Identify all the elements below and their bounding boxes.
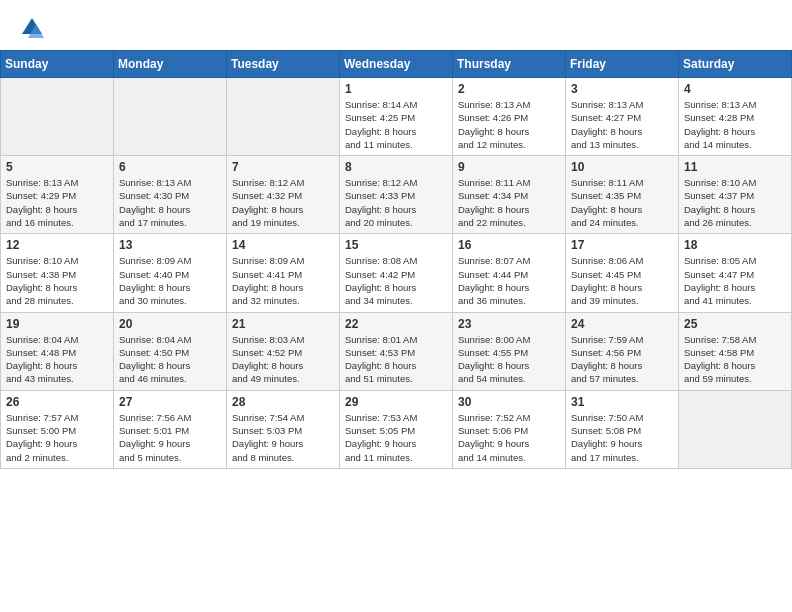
day-cell: 8Sunrise: 8:12 AM Sunset: 4:33 PM Daylig… xyxy=(340,156,453,234)
day-cell: 22Sunrise: 8:01 AM Sunset: 4:53 PM Dayli… xyxy=(340,312,453,390)
weekday-header-thursday: Thursday xyxy=(453,51,566,78)
day-number: 20 xyxy=(119,317,221,331)
day-cell xyxy=(227,78,340,156)
day-number: 8 xyxy=(345,160,447,174)
day-cell: 25Sunrise: 7:58 AM Sunset: 4:58 PM Dayli… xyxy=(679,312,792,390)
day-cell: 3Sunrise: 8:13 AM Sunset: 4:27 PM Daylig… xyxy=(566,78,679,156)
day-cell: 20Sunrise: 8:04 AM Sunset: 4:50 PM Dayli… xyxy=(114,312,227,390)
day-cell: 18Sunrise: 8:05 AM Sunset: 4:47 PM Dayli… xyxy=(679,234,792,312)
day-info: Sunrise: 8:12 AM Sunset: 4:33 PM Dayligh… xyxy=(345,176,447,229)
day-info: Sunrise: 7:56 AM Sunset: 5:01 PM Dayligh… xyxy=(119,411,221,464)
day-info: Sunrise: 8:10 AM Sunset: 4:37 PM Dayligh… xyxy=(684,176,786,229)
day-number: 16 xyxy=(458,238,560,252)
day-cell: 19Sunrise: 8:04 AM Sunset: 4:48 PM Dayli… xyxy=(1,312,114,390)
day-cell: 17Sunrise: 8:06 AM Sunset: 4:45 PM Dayli… xyxy=(566,234,679,312)
day-cell xyxy=(114,78,227,156)
day-info: Sunrise: 8:07 AM Sunset: 4:44 PM Dayligh… xyxy=(458,254,560,307)
week-row-5: 26Sunrise: 7:57 AM Sunset: 5:00 PM Dayli… xyxy=(1,390,792,468)
day-number: 4 xyxy=(684,82,786,96)
day-cell xyxy=(679,390,792,468)
day-cell: 7Sunrise: 8:12 AM Sunset: 4:32 PM Daylig… xyxy=(227,156,340,234)
day-info: Sunrise: 8:00 AM Sunset: 4:55 PM Dayligh… xyxy=(458,333,560,386)
weekday-header-friday: Friday xyxy=(566,51,679,78)
day-info: Sunrise: 8:13 AM Sunset: 4:29 PM Dayligh… xyxy=(6,176,108,229)
day-number: 29 xyxy=(345,395,447,409)
day-info: Sunrise: 8:04 AM Sunset: 4:50 PM Dayligh… xyxy=(119,333,221,386)
day-info: Sunrise: 8:09 AM Sunset: 4:40 PM Dayligh… xyxy=(119,254,221,307)
day-cell: 21Sunrise: 8:03 AM Sunset: 4:52 PM Dayli… xyxy=(227,312,340,390)
day-number: 25 xyxy=(684,317,786,331)
day-number: 6 xyxy=(119,160,221,174)
day-number: 30 xyxy=(458,395,560,409)
weekday-header-monday: Monday xyxy=(114,51,227,78)
weekday-header-saturday: Saturday xyxy=(679,51,792,78)
day-cell: 10Sunrise: 8:11 AM Sunset: 4:35 PM Dayli… xyxy=(566,156,679,234)
day-cell: 15Sunrise: 8:08 AM Sunset: 4:42 PM Dayli… xyxy=(340,234,453,312)
day-cell: 11Sunrise: 8:10 AM Sunset: 4:37 PM Dayli… xyxy=(679,156,792,234)
day-info: Sunrise: 8:13 AM Sunset: 4:30 PM Dayligh… xyxy=(119,176,221,229)
day-number: 9 xyxy=(458,160,560,174)
day-info: Sunrise: 8:14 AM Sunset: 4:25 PM Dayligh… xyxy=(345,98,447,151)
day-number: 11 xyxy=(684,160,786,174)
day-info: Sunrise: 8:06 AM Sunset: 4:45 PM Dayligh… xyxy=(571,254,673,307)
day-cell: 29Sunrise: 7:53 AM Sunset: 5:05 PM Dayli… xyxy=(340,390,453,468)
day-cell: 6Sunrise: 8:13 AM Sunset: 4:30 PM Daylig… xyxy=(114,156,227,234)
weekday-header-wednesday: Wednesday xyxy=(340,51,453,78)
day-number: 5 xyxy=(6,160,108,174)
header xyxy=(0,0,792,50)
day-info: Sunrise: 8:08 AM Sunset: 4:42 PM Dayligh… xyxy=(345,254,447,307)
day-number: 31 xyxy=(571,395,673,409)
day-number: 1 xyxy=(345,82,447,96)
day-cell: 16Sunrise: 8:07 AM Sunset: 4:44 PM Dayli… xyxy=(453,234,566,312)
day-info: Sunrise: 8:01 AM Sunset: 4:53 PM Dayligh… xyxy=(345,333,447,386)
day-info: Sunrise: 8:13 AM Sunset: 4:27 PM Dayligh… xyxy=(571,98,673,151)
day-info: Sunrise: 7:53 AM Sunset: 5:05 PM Dayligh… xyxy=(345,411,447,464)
day-info: Sunrise: 8:11 AM Sunset: 4:34 PM Dayligh… xyxy=(458,176,560,229)
day-number: 3 xyxy=(571,82,673,96)
day-cell: 23Sunrise: 8:00 AM Sunset: 4:55 PM Dayli… xyxy=(453,312,566,390)
day-info: Sunrise: 8:05 AM Sunset: 4:47 PM Dayligh… xyxy=(684,254,786,307)
day-number: 22 xyxy=(345,317,447,331)
day-info: Sunrise: 8:03 AM Sunset: 4:52 PM Dayligh… xyxy=(232,333,334,386)
day-cell: 28Sunrise: 7:54 AM Sunset: 5:03 PM Dayli… xyxy=(227,390,340,468)
day-cell: 1Sunrise: 8:14 AM Sunset: 4:25 PM Daylig… xyxy=(340,78,453,156)
day-number: 13 xyxy=(119,238,221,252)
day-number: 24 xyxy=(571,317,673,331)
day-info: Sunrise: 8:12 AM Sunset: 4:32 PM Dayligh… xyxy=(232,176,334,229)
day-cell: 5Sunrise: 8:13 AM Sunset: 4:29 PM Daylig… xyxy=(1,156,114,234)
day-info: Sunrise: 8:13 AM Sunset: 4:28 PM Dayligh… xyxy=(684,98,786,151)
day-info: Sunrise: 7:57 AM Sunset: 5:00 PM Dayligh… xyxy=(6,411,108,464)
day-number: 7 xyxy=(232,160,334,174)
day-cell: 31Sunrise: 7:50 AM Sunset: 5:08 PM Dayli… xyxy=(566,390,679,468)
day-number: 12 xyxy=(6,238,108,252)
day-cell: 2Sunrise: 8:13 AM Sunset: 4:26 PM Daylig… xyxy=(453,78,566,156)
weekday-header-sunday: Sunday xyxy=(1,51,114,78)
logo xyxy=(18,14,50,42)
day-number: 18 xyxy=(684,238,786,252)
day-info: Sunrise: 8:10 AM Sunset: 4:38 PM Dayligh… xyxy=(6,254,108,307)
day-number: 28 xyxy=(232,395,334,409)
day-info: Sunrise: 7:59 AM Sunset: 4:56 PM Dayligh… xyxy=(571,333,673,386)
day-number: 21 xyxy=(232,317,334,331)
day-number: 2 xyxy=(458,82,560,96)
day-cell: 12Sunrise: 8:10 AM Sunset: 4:38 PM Dayli… xyxy=(1,234,114,312)
day-number: 15 xyxy=(345,238,447,252)
day-info: Sunrise: 8:09 AM Sunset: 4:41 PM Dayligh… xyxy=(232,254,334,307)
day-cell: 14Sunrise: 8:09 AM Sunset: 4:41 PM Dayli… xyxy=(227,234,340,312)
day-number: 27 xyxy=(119,395,221,409)
day-info: Sunrise: 8:11 AM Sunset: 4:35 PM Dayligh… xyxy=(571,176,673,229)
week-row-1: 1Sunrise: 8:14 AM Sunset: 4:25 PM Daylig… xyxy=(1,78,792,156)
day-info: Sunrise: 7:58 AM Sunset: 4:58 PM Dayligh… xyxy=(684,333,786,386)
day-cell: 9Sunrise: 8:11 AM Sunset: 4:34 PM Daylig… xyxy=(453,156,566,234)
day-cell xyxy=(1,78,114,156)
day-cell: 27Sunrise: 7:56 AM Sunset: 5:01 PM Dayli… xyxy=(114,390,227,468)
day-number: 14 xyxy=(232,238,334,252)
day-number: 17 xyxy=(571,238,673,252)
day-info: Sunrise: 8:04 AM Sunset: 4:48 PM Dayligh… xyxy=(6,333,108,386)
day-info: Sunrise: 8:13 AM Sunset: 4:26 PM Dayligh… xyxy=(458,98,560,151)
day-number: 23 xyxy=(458,317,560,331)
weekday-header-tuesday: Tuesday xyxy=(227,51,340,78)
day-cell: 4Sunrise: 8:13 AM Sunset: 4:28 PM Daylig… xyxy=(679,78,792,156)
week-row-3: 12Sunrise: 8:10 AM Sunset: 4:38 PM Dayli… xyxy=(1,234,792,312)
day-info: Sunrise: 7:50 AM Sunset: 5:08 PM Dayligh… xyxy=(571,411,673,464)
